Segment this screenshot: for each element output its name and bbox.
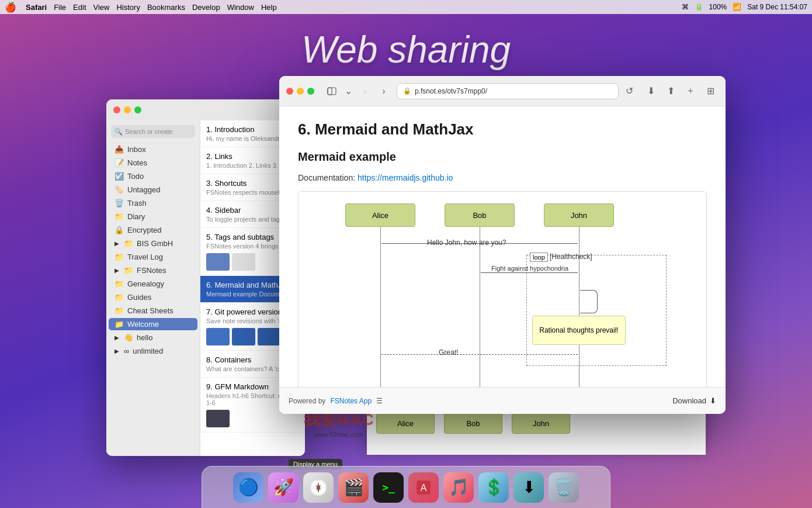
- menu-history[interactable]: History: [116, 3, 140, 12]
- safari-window-2: Alice Bob John: [367, 408, 706, 455]
- sidebar-label-travellog: Travel Log: [127, 253, 163, 261]
- dock-safari[interactable]: [303, 472, 334, 503]
- sidebar-item-untagged[interactable]: 🏷️ Untagged: [109, 184, 197, 196]
- safari-fullscreen[interactable]: [307, 88, 314, 95]
- safari-close[interactable]: [286, 88, 293, 95]
- menu-file[interactable]: File: [54, 3, 66, 12]
- fsnotes-body: 🔍 Search or create 📥 Inbox 📝 Notes ☑️ To…: [106, 120, 305, 456]
- genealogy-icon: 📁: [114, 279, 124, 288]
- menu-window[interactable]: Window: [227, 3, 254, 12]
- sidebar-item-encrypted[interactable]: 🔒 Encrypted: [109, 224, 197, 236]
- sidebar-label-trash: Trash: [127, 199, 147, 208]
- content-heading: 6. Mermaid and MathJax: [298, 120, 707, 139]
- dock-music[interactable]: 🎵: [443, 472, 474, 503]
- new-tab-button[interactable]: ＋: [682, 83, 699, 99]
- minimize-button[interactable]: [124, 106, 131, 113]
- welcome-icon: 📁: [114, 320, 124, 329]
- sidebar-item-fsnotes[interactable]: ▶ 📁 FSNotes: [109, 264, 197, 277]
- forward-button[interactable]: ›: [376, 83, 392, 99]
- dock-anytodmg[interactable]: ⬇: [513, 472, 544, 503]
- sidebar-item-bis[interactable]: ▶ 📁 BIS GmbH: [109, 237, 197, 250]
- url-text: p.fsnot.es/otv7s7mpp0/: [415, 87, 487, 95]
- safari-titlebar: ⌄ ‹ › 🔒 p.fsnot.es/otv7s7mpp0/ ↺ ⬇ ⬆ ＋ ⊞: [279, 76, 726, 106]
- watermark-url: www.52mac.com: [304, 431, 374, 438]
- sidebar-label-inbox: Inbox: [127, 145, 146, 154]
- content-subheading: Mermaid example: [298, 150, 707, 164]
- menu-help[interactable]: Help: [261, 3, 277, 12]
- fsnotes-app-link[interactable]: FSNotes App: [330, 397, 372, 405]
- wifi-icon[interactable]: 📶: [733, 3, 741, 11]
- menu-view[interactable]: View: [93, 3, 110, 12]
- sidebar-label-guides: Guides: [127, 293, 151, 302]
- sidebar-item-diary[interactable]: 📁 Diary: [109, 210, 197, 223]
- sidebar-toggle-button[interactable]: ⊞: [702, 83, 719, 99]
- dock-launchpad[interactable]: 🚀: [268, 472, 299, 503]
- sidebar-label-encrypted: Encrypted: [127, 226, 162, 234]
- menu-icon[interactable]: ☰: [376, 397, 383, 405]
- diary-icon: 📁: [114, 212, 124, 221]
- menu-develop[interactable]: Develop: [192, 3, 220, 12]
- sidebar-search[interactable]: 🔍 Search or create: [111, 125, 195, 138]
- menu-bar-left: 🍎 Safari File Edit View History Bookmark…: [5, 2, 277, 13]
- sidebar-item-notes[interactable]: 📝 Notes: [109, 157, 197, 169]
- sidebar-item-hello[interactable]: ▶ 👋 hello: [109, 331, 197, 344]
- documentation-line: Documentation: https://mermaidjs.github.…: [298, 172, 707, 184]
- msg1-label: Hello John, how are you?: [427, 239, 506, 247]
- sidebar-label-cheatsheets: Cheat Sheets: [127, 306, 173, 315]
- tab-chevron-icon[interactable]: ⌄: [345, 85, 352, 96]
- safari-traffic-lights: [286, 88, 314, 95]
- powered-by-text: Powered by: [289, 397, 325, 405]
- thumb-5-1: [206, 253, 230, 271]
- dock-pricetag[interactable]: 💲: [478, 472, 509, 503]
- sidebar-label-diary: Diary: [127, 212, 145, 221]
- menu-safari[interactable]: Safari: [26, 3, 47, 12]
- thumb-7-2: [232, 328, 255, 345]
- expand-icon: ▶: [114, 240, 119, 247]
- dock-unknown-app[interactable]: A: [408, 472, 439, 503]
- menu-bookmarks[interactable]: Bookmarks: [147, 3, 185, 12]
- tab-overview-button[interactable]: [324, 83, 340, 99]
- siri-icon[interactable]: ⌘: [682, 3, 689, 11]
- sidebar-item-cheatsheets[interactable]: 📁 Cheat Sheets: [109, 305, 197, 317]
- safari-minimize[interactable]: [297, 88, 304, 95]
- dock-claquette[interactable]: 🎬: [338, 472, 369, 503]
- reload-button[interactable]: ↺: [626, 85, 633, 96]
- guides-icon: 📁: [114, 293, 124, 302]
- menu-bar-right: ⌘ 🔋 100% 📶 Sat 9 Dec 11:54:07: [682, 3, 807, 11]
- sidebar-label-notes: Notes: [127, 158, 147, 167]
- download-icon: ⬇: [710, 396, 716, 405]
- self-loop: [580, 290, 598, 313]
- sidebar-item-inbox[interactable]: 📥 Inbox: [109, 143, 197, 155]
- sidebar-item-unlimited[interactable]: ▶ ∞ unlimited: [109, 345, 197, 357]
- download-label: Download: [672, 396, 706, 405]
- address-bar[interactable]: 🔒 p.fsnot.es/otv7s7mpp0/: [397, 83, 619, 99]
- sidebar-item-todo[interactable]: ☑️ Todo: [109, 170, 197, 182]
- great-arrow: [381, 354, 578, 355]
- close-button[interactable]: [113, 106, 120, 113]
- great-label: Great!: [439, 348, 458, 357]
- download-toolbar-button[interactable]: ⬇: [643, 83, 659, 99]
- dock-finder[interactable]: 🔵: [233, 472, 263, 503]
- dock-trash[interactable]: 🗑️: [549, 472, 579, 503]
- back-button[interactable]: ‹: [357, 83, 373, 99]
- sidebar-item-travellog[interactable]: 📁 Travel Log: [109, 251, 197, 263]
- apple-menu[interactable]: 🍎: [5, 2, 16, 13]
- sidebar-item-welcome[interactable]: 📁 Welcome: [109, 318, 197, 330]
- fullscreen-button[interactable]: [134, 106, 141, 113]
- doc-link[interactable]: https://mermaidjs.github.io: [358, 173, 453, 182]
- untagged-icon: 🏷️: [114, 185, 124, 194]
- battery-level: 100%: [709, 3, 727, 11]
- dock-terminal[interactable]: >_: [373, 472, 404, 503]
- unlimited-icon: ∞: [124, 347, 129, 355]
- menu-edit[interactable]: Edit: [73, 3, 86, 12]
- fight-label: Fight against hypochondria: [491, 265, 585, 272]
- lock-icon: 🔒: [403, 87, 411, 95]
- footer-right[interactable]: Download ⬇: [672, 396, 716, 405]
- sidebar-item-guides[interactable]: 📁 Guides: [109, 291, 197, 303]
- sidebar-label-todo: Todo: [127, 172, 144, 181]
- notes-icon: 📝: [114, 158, 124, 167]
- sidebar-item-genealogy[interactable]: 📁 Genealogy: [109, 278, 197, 290]
- safari-window: ⌄ ‹ › 🔒 p.fsnot.es/otv7s7mpp0/ ↺ ⬇ ⬆ ＋ ⊞…: [279, 76, 726, 414]
- sidebar-item-trash[interactable]: 🗑️ Trash: [109, 197, 197, 209]
- share-button[interactable]: ⬆: [662, 83, 679, 99]
